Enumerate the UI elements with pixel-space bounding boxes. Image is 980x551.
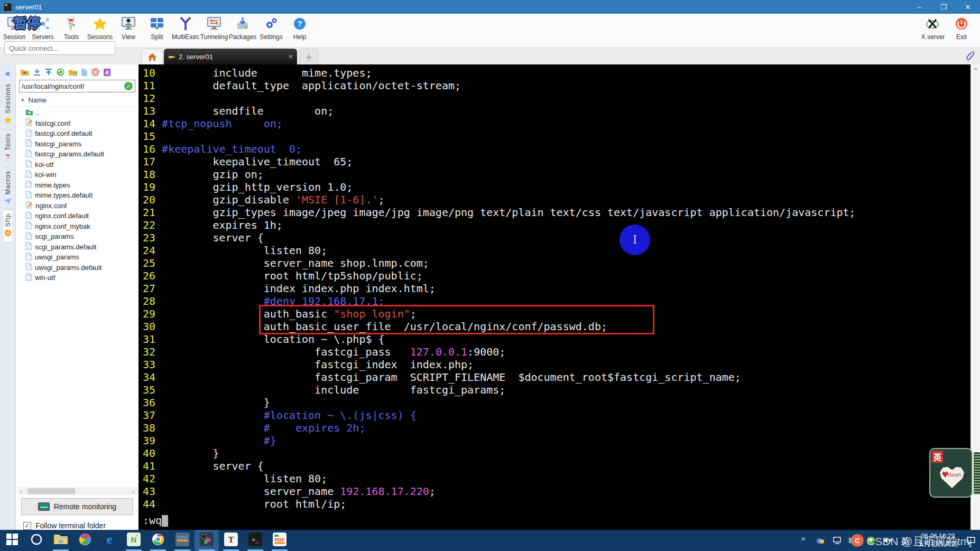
file-row[interactable]: koi-win [16,170,138,180]
vim-buffer: 10 include mime.types;11 default_type ap… [143,67,970,510]
terminal[interactable]: 10 include mime.types;11 default_type ap… [138,64,970,530]
file-icon [25,211,32,221]
file-icon [25,180,32,190]
maximize-button[interactable]: ❐ [931,0,956,14]
file-row[interactable]: fastcgi.conf.default [16,128,138,139]
toolbar-button-help[interactable]: ?Help [285,15,314,46]
scroll-up-icon[interactable]: ^ [971,64,980,74]
code-line-13: 13 sendfile on; [143,105,970,117]
toolbar-button-settings[interactable]: Settings [257,15,285,46]
file-row[interactable]: scgi_params [16,231,138,242]
code-line-33: 33 fastcgi_index index.php; [143,358,970,371]
remote-monitoring-button[interactable]: Remote monitoring [21,498,133,515]
screen: server01 – ❐ ✕ 暂停 SessionServersToolsSes… [0,0,980,551]
sidebar-collapse-icon[interactable]: « [5,64,10,80]
tab-close-icon[interactable]: × [289,52,293,61]
sftp-path-input[interactable] [22,82,124,90]
code-line-15: 15 [143,130,970,143]
toolbar-button-view[interactable]: View [114,15,143,46]
file-name: uwsgi_params [35,253,79,261]
tab-home[interactable] [142,49,163,64]
file-row[interactable]: scgi_params.default [16,242,138,253]
attachment-paperclip-icon[interactable] [965,50,976,62]
taskbar-pdf-app[interactable]: PDF [267,530,292,551]
encoding-icon[interactable]: A [103,68,111,77]
help-icon: ? [292,16,308,32]
minimize-button[interactable]: – [907,0,931,14]
file-row[interactable]: mime.types.default [16,190,138,201]
toolbar-button-multiexec[interactable]: MultiExec [171,15,200,46]
file-row[interactable]: uwsgi_params [16,252,138,263]
follow-terminal-folder-row[interactable]: ✓ Follow terminal folder [23,521,138,530]
svg-text:PDF: PDF [275,537,285,543]
file-list-header[interactable]: ▾ Name [16,94,138,107]
new-file-icon[interactable] [81,68,88,77]
explorer-icon [53,533,68,548]
taskbar-chrome-app[interactable] [146,530,170,551]
taskbar-notepadpp-app[interactable]: N [122,530,146,551]
taskbar-start-button[interactable] [0,530,24,551]
taskbar-mobaxterm-app[interactable] [195,530,219,551]
sidebar-tab-sessions[interactable]: Sessions [4,80,12,130]
new-folder-icon[interactable] [68,68,78,76]
file-edited-icon [25,118,33,128]
file-name: nginx.conf_mybak [35,222,90,230]
file-row[interactable]: nginx.conf.default [16,211,138,221]
taskbar-pinwheel-app[interactable] [73,530,97,551]
network-tray-icon[interactable] [831,537,843,544]
toolbar-button-exit[interactable]: Exit [947,15,976,46]
close-button[interactable]: ✕ [956,0,980,14]
settings-icon [263,16,279,32]
mobaxterm-window-icon [3,3,12,12]
code-line-19: 19 gzip_http_version 1.0; [143,181,970,193]
code-line-16: 16#keepalive_timeout 0; [143,143,970,155]
file-row[interactable]: mime.types [16,180,138,191]
refresh-icon[interactable] [56,68,65,77]
name-column-label: Name [29,96,47,104]
scrollbar-thumb[interactable] [27,488,75,494]
sidebar-tab-tools[interactable]: Tools [4,130,12,167]
toolbar-button-xserver[interactable]: X server [919,15,947,46]
toolbar-label: Tunneling [200,33,228,41]
tools-icon [63,16,79,32]
file-row[interactable]: fastcgi.conf [16,118,138,129]
follow-terminal-checkbox[interactable]: ✓ [23,522,31,530]
parent-folder-icon[interactable] [20,68,30,76]
file-row[interactable]: koi-utf [16,160,138,170]
upload-icon[interactable] [44,68,53,76]
file-row[interactable]: uwsgi_params.default [16,263,138,273]
code-line-11: 11 default_type application/octet-stream… [143,79,970,92]
file-icon [25,150,32,159]
taskbar-cmd-app[interactable]: >_ [243,530,267,551]
file-row[interactable]: nginx.conf [16,201,138,211]
taskbar-vmware-app[interactable] [170,530,195,551]
heart-pendant-image: Heart [940,466,964,488]
scroll-left-icon[interactable]: ‹ [17,488,25,494]
hidden-icons-chevron[interactable]: ^ [798,536,809,545]
scroll-right-icon[interactable]: › [129,488,137,494]
horizontal-scrollbar[interactable]: ‹ › [17,487,137,495]
file-row[interactable]: fastcgi_params [16,139,138,150]
toolbar-button-tunneling[interactable]: Tunneling [200,15,228,46]
code-line-23: 23 server { [143,231,970,244]
taskbar-edge-app[interactable]: e [97,530,122,551]
taskbar-cortana-app[interactable] [24,530,49,551]
toolbar-button-split[interactable]: Split [143,15,171,46]
cloud-im-tray-icon[interactable] [815,537,826,544]
file-row[interactable]: win-utf [16,273,138,283]
file-row[interactable]: fastcgi_params.default [16,149,138,160]
file-row[interactable]: nginx.conf_mybak [16,221,138,232]
sidebar-tab-sftp[interactable]: Sftp [4,210,12,242]
taskbar-typora-app[interactable]: T [219,530,243,551]
file-row[interactable]: .. [16,108,138,118]
toolbar-button-packages[interactable]: Packages [228,15,257,46]
quick-connect-input[interactable] [4,41,115,55]
sidebar-tab-macros[interactable]: Macros [4,167,12,210]
tab-session-server01[interactable]: 2. server01 × [164,49,297,64]
code-line-14: 14#tcp_nopush on; [143,117,970,130]
download-icon[interactable] [33,68,41,76]
taskbar-explorer-app[interactable] [49,530,73,551]
delete-icon[interactable] [91,68,100,77]
sort-direction-icon[interactable]: ▾ [21,97,24,104]
new-tab-button[interactable]: ＋ [299,49,318,64]
